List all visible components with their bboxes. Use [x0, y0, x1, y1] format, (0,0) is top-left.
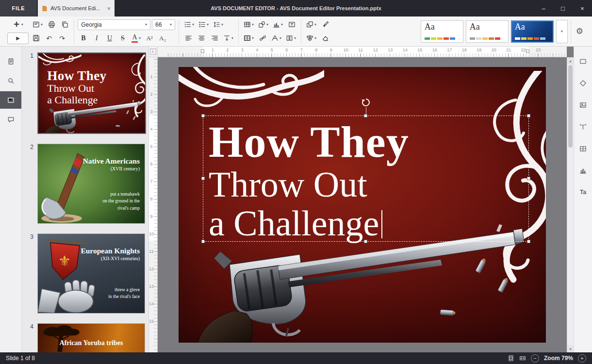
slide-settings-button[interactable] [576, 55, 591, 67]
align-left-button[interactable] [182, 33, 194, 44]
ruler-number: 14 [398, 48, 413, 52]
chart-settings-button[interactable] [576, 165, 591, 176]
fit-to-width-button[interactable] [519, 355, 526, 362]
bold-button[interactable]: B [78, 33, 89, 44]
subscript-button[interactable]: A₂ [157, 33, 168, 44]
right-indent-marker[interactable] [526, 50, 529, 53]
shape-settings-button[interactable] [576, 77, 591, 89]
zoom-in-button[interactable]: + [578, 354, 586, 363]
textart-settings-button[interactable] [576, 121, 591, 132]
resize-handle-middle-left[interactable] [201, 177, 205, 180]
align-objects-button[interactable]: ▾ [305, 33, 318, 44]
resize-handle-bottom-center[interactable] [364, 240, 367, 243]
text-settings-button[interactable]: Ta [576, 186, 591, 198]
start-slideshow-button[interactable]: ▶ [7, 33, 29, 44]
slide-4-thumbnail[interactable]: African Yoruba tribes [37, 323, 145, 352]
zoom-out-button[interactable]: − [531, 354, 539, 363]
ruler-number: 9 [324, 48, 339, 52]
zoom-level-label: Zoom 79% [544, 355, 573, 362]
add-slide-button[interactable]: + ▾ [7, 18, 30, 31]
sidebar-item-slides[interactable] [0, 91, 21, 109]
slide-canvas[interactable]: How They Throw Out a Challenge [158, 57, 567, 352]
slide-3-thumbnail[interactable]: ⚜ Eu [37, 233, 145, 314]
resize-handle-top-center[interactable] [364, 114, 367, 117]
fit-to-page-button[interactable] [508, 355, 514, 362]
italic-button[interactable]: I [91, 33, 102, 44]
tab-selector-icon[interactable]: L [150, 49, 156, 55]
slide-1-thumbnail-selected[interactable]: How They Throw Out a Challenge [37, 52, 146, 134]
resize-handle-bottom-left[interactable] [201, 240, 205, 243]
insert-chart-button[interactable]: ▾ [271, 19, 284, 31]
theme-thumbnail-2[interactable]: Aa [466, 20, 509, 43]
slide-1-art[interactable]: How They Throw Out a Challenge [179, 67, 546, 343]
insert-link-button[interactable] [257, 33, 268, 44]
textbox-selection-frame[interactable] [203, 116, 529, 242]
bullets-button[interactable]: ▾ [182, 19, 196, 31]
align-right-button[interactable] [209, 33, 220, 44]
scrollbar-thumb[interactable] [568, 65, 573, 148]
columns-button[interactable]: ▾ [284, 33, 297, 44]
insert-shape-button[interactable]: ▾ [257, 19, 270, 31]
strikethrough-button[interactable]: S [117, 33, 129, 44]
vertical-scrollbar[interactable]: ▴ ▾ [567, 57, 574, 352]
sidebar-item-search[interactable] [0, 72, 21, 89]
theme-thumbnail-1[interactable]: Aa [421, 20, 463, 43]
scroll-up-button[interactable]: ▴ [567, 57, 574, 64]
table-settings-button[interactable] [576, 143, 591, 154]
slide-thumbnail-row-1[interactable]: 1 [22, 52, 148, 134]
minimize-button[interactable]: – [534, 0, 553, 17]
vertical-align-button[interactable]: ▾ [222, 33, 235, 44]
rotation-handle-icon[interactable] [361, 98, 371, 107]
insert-textbox-button[interactable] [286, 19, 297, 31]
comment-icon [7, 116, 15, 123]
resize-handle-bottom-right[interactable] [527, 240, 530, 243]
insert-table-button[interactable]: ▾ [242, 19, 255, 31]
align-center-button[interactable] [196, 33, 207, 44]
font-size-select[interactable]: 66 ▾ [152, 19, 175, 30]
arrange-shapes-button[interactable]: ▾ [305, 19, 318, 31]
sidebar-item-document-info[interactable] [0, 52, 21, 70]
undo-button[interactable]: ↶ [43, 33, 55, 44]
numbering-button[interactable]: ▾ [197, 19, 210, 31]
insert-textart-button[interactable]: ▾ [270, 33, 283, 44]
add-icon: + [14, 19, 19, 30]
shape-icon [258, 21, 265, 28]
clear-formatting-button[interactable] [319, 33, 331, 44]
resize-handle-middle-right[interactable] [527, 177, 530, 180]
slide-layout-button[interactable]: ▾ [31, 19, 44, 31]
ruler-corner[interactable]: L [149, 47, 158, 57]
copy-style-button[interactable] [319, 19, 331, 31]
table-borders-button[interactable]: ▾ [242, 33, 255, 44]
slide-thumbnail-row-2[interactable]: 2 Nativ [22, 144, 148, 224]
theme-gallery-dropdown[interactable]: ▾ [556, 20, 568, 43]
image-settings-button[interactable] [576, 99, 591, 111]
gauntlet-graphic [38, 274, 106, 313]
slide-thumbnail-row-4[interactable]: 4 African Yoruba tribes [22, 323, 148, 352]
left-indent-marker[interactable] [201, 50, 204, 53]
superscript-button[interactable]: A² [144, 33, 155, 44]
file-menu-button[interactable]: FILE [0, 0, 37, 17]
slide-2-thumbnail[interactable]: Native Americans (XVII century) put a to… [37, 144, 145, 224]
sidebar-item-comments[interactable] [0, 111, 21, 128]
maximize-button[interactable]: □ [553, 0, 573, 17]
resize-handle-top-left[interactable] [201, 114, 205, 117]
tab-close-icon[interactable]: × [107, 5, 111, 12]
slide-1-editing-surface[interactable]: How They Throw Out a Challenge [179, 67, 546, 343]
close-button[interactable]: × [573, 0, 592, 17]
font-name-select[interactable]: Georgia ▾ [78, 19, 150, 30]
document-tab[interactable]: AVS Document Edi... × [38, 0, 115, 17]
underline-button[interactable]: U [104, 33, 115, 44]
save-button[interactable] [30, 33, 42, 44]
print-button[interactable] [46, 19, 57, 31]
scroll-down-button[interactable]: ▾ [567, 346, 574, 352]
redo-button[interactable]: ↷ [56, 33, 68, 44]
theme-thumbnail-3-selected[interactable]: Aa [511, 20, 554, 43]
resize-handle-top-right[interactable] [527, 114, 530, 117]
copy-button[interactable] [59, 19, 70, 31]
font-color-button[interactable]: A ▾ [130, 33, 142, 44]
line-spacing-button[interactable]: ▾ [212, 19, 225, 31]
vertical-ruler: 123456789101112131415 [149, 57, 158, 352]
slide-thumbnail-row-3[interactable]: 3 ⚜ [22, 233, 148, 314]
settings-gear-button[interactable]: ⚙ [571, 26, 588, 36]
arrange-icon [306, 21, 313, 28]
